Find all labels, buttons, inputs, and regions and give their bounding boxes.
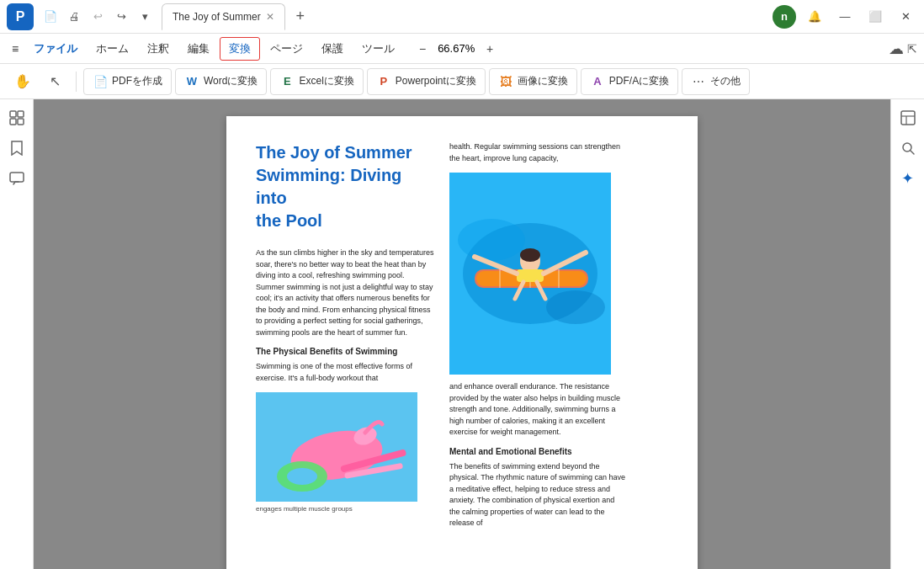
pool-floaty-image: [256, 392, 417, 502]
pdf-image1-caption: engages multiple muscle groups: [256, 505, 434, 513]
undo-icon[interactable]: ↩: [88, 7, 108, 27]
tab-close-icon[interactable]: ✕: [266, 11, 274, 23]
excel-icon: E: [279, 74, 295, 89]
pdf-section1-title: The Physical Benefits of Swimming: [256, 347, 434, 356]
right-sidebar: ✦: [890, 99, 924, 569]
word-label: Wordに変換: [204, 74, 258, 88]
svg-rect-4: [10, 173, 24, 182]
image-convert-label: 画像に変換: [518, 74, 568, 88]
menu-tools[interactable]: ツール: [353, 38, 403, 60]
hamburger-menu-button[interactable]: ≡: [7, 39, 24, 59]
pdf-article-title: The Joy of Summer Swimming: Diving into …: [256, 141, 434, 232]
minimize-button[interactable]: —: [833, 5, 857, 29]
new-tab-button[interactable]: +: [289, 5, 312, 29]
ai-sparkle-button[interactable]: ✦: [896, 167, 920, 190]
menu-file[interactable]: ファイル: [25, 38, 86, 60]
tab-area: The Joy of Summer ✕ +: [162, 3, 773, 30]
cloud-icon[interactable]: ☁: [889, 40, 904, 58]
titlebar: P 📄 🖨 ↩ ↪ ▾ The Joy of Summer ✕ + n 🔔 — …: [0, 0, 924, 34]
redo-icon[interactable]: ↪: [111, 7, 131, 27]
menu-annotate[interactable]: 注釈: [139, 38, 178, 60]
avatar: n: [773, 5, 796, 29]
menu-page[interactable]: ページ: [262, 38, 311, 60]
zoom-out-button[interactable]: −: [413, 40, 432, 58]
close-button[interactable]: ✕: [894, 5, 917, 29]
powerpoint-label: Powerpointに変換: [396, 74, 476, 88]
svg-line-32: [911, 151, 914, 154]
pdfa-icon: A: [590, 74, 605, 89]
word-convert-button[interactable]: W Wordに変換: [175, 68, 267, 95]
menubar: ≡ ファイル ホーム 注釈 編集 変換 ページ 保護 ツール − 66.67% …: [0, 34, 924, 64]
notification-icon[interactable]: 🔔: [803, 5, 826, 29]
powerpoint-icon: P: [376, 74, 391, 89]
excel-convert-button[interactable]: E Excelに変換: [270, 68, 363, 95]
pdf-page: The Joy of Summer Swimming: Diving into …: [226, 116, 698, 569]
menubar-right: ☁ ⇱: [889, 40, 917, 58]
create-pdf-button[interactable]: 📄 PDFを作成: [83, 68, 172, 95]
zoom-level[interactable]: 66.67%: [433, 40, 479, 56]
powerpoint-convert-button[interactable]: P Powerpointに変換: [367, 68, 486, 95]
new-document-icon[interactable]: 📄: [40, 7, 61, 27]
pdf-intro-paragraph: As the sun climbs higher in the sky and …: [256, 247, 434, 338]
pdf-right-column: health. Regular swimming sessions can st…: [449, 141, 626, 569]
zoom-in-button[interactable]: +: [481, 40, 499, 58]
active-tab[interactable]: The Joy of Summer ✕: [162, 3, 285, 30]
right-panel-icon[interactable]: [896, 106, 920, 130]
pdf-section2-title: Mental and Emotional Benefits: [449, 447, 626, 456]
quick-access-chevron-icon[interactable]: ▾: [135, 7, 155, 27]
svg-rect-3: [18, 119, 24, 125]
pool-swimmer-image: [449, 173, 611, 375]
menu-edit[interactable]: 編集: [179, 38, 218, 60]
create-pdf-label: PDFを作成: [112, 74, 162, 88]
other-convert-button[interactable]: ⋯ その他: [682, 68, 750, 95]
pdf-section1-body: Swimming is one of the most effective fo…: [256, 361, 434, 384]
svg-point-15: [546, 290, 605, 324]
pdfa-label: PDF/Aに変換: [609, 74, 669, 88]
word-icon: W: [184, 74, 199, 89]
menu-convert[interactable]: 変換: [220, 37, 260, 61]
svg-point-27: [520, 248, 540, 262]
svg-rect-2: [10, 119, 16, 125]
main-area: The Joy of Summer Swimming: Diving into …: [0, 99, 924, 569]
right-search-icon[interactable]: [896, 136, 920, 160]
maximize-button[interactable]: ⬜: [863, 5, 887, 29]
image-convert-button[interactable]: 🖼 画像に変換: [489, 68, 577, 95]
titlebar-right: n 🔔 — ⬜ ✕: [773, 5, 917, 29]
pdf-section2-body: The benefits of swimming extend beyond t…: [449, 461, 626, 529]
sidebar-thumbnail-icon[interactable]: [5, 106, 29, 130]
image-convert-icon: 🖼: [498, 74, 513, 89]
quick-access-toolbar: 📄 🖨 ↩ ↪ ▾: [40, 7, 155, 27]
svg-point-14: [458, 219, 525, 261]
sidebar-bookmark-icon[interactable]: [5, 136, 29, 160]
create-pdf-icon: 📄: [93, 74, 108, 89]
sidebar-comment-icon[interactable]: [5, 167, 29, 190]
pdf-left-column: The Joy of Summer Swimming: Diving into …: [256, 141, 449, 569]
pdf-right-intro: health. Regular swimming sessions can st…: [449, 141, 626, 164]
collapse-panel-icon[interactable]: ⇱: [907, 40, 917, 58]
pdf-right-body1: and enhance overall endurance. The resis…: [449, 381, 626, 439]
tab-title: The Joy of Summer: [173, 11, 261, 23]
menu-protect[interactable]: 保護: [313, 38, 352, 60]
excel-label: Excelに変換: [299, 74, 353, 88]
select-tool-button[interactable]: ↖: [40, 67, 69, 96]
zoom-area: − 66.67% +: [413, 40, 499, 58]
print-icon[interactable]: 🖨: [64, 7, 84, 27]
svg-rect-0: [10, 111, 16, 117]
convert-toolbar: ✋ ↖ 📄 PDFを作成 W Wordに変換 E Excelに変換 P Powe…: [0, 64, 924, 99]
app-logo: P: [7, 3, 34, 30]
hand-tool-button[interactable]: ✋: [8, 67, 37, 96]
left-sidebar: [0, 99, 34, 569]
svg-rect-1: [18, 111, 24, 117]
svg-rect-22: [517, 269, 544, 282]
svg-rect-28: [901, 111, 915, 125]
menu-home[interactable]: ホーム: [88, 38, 137, 60]
toolbar-separator: [76, 72, 77, 92]
other-convert-icon: ⋯: [691, 74, 706, 89]
other-convert-label: その他: [710, 74, 741, 88]
pdfa-convert-button[interactable]: A PDF/Aに変換: [581, 68, 678, 95]
pdf-viewer-area: The Joy of Summer Swimming: Diving into …: [34, 99, 890, 569]
svg-point-9: [287, 468, 317, 485]
